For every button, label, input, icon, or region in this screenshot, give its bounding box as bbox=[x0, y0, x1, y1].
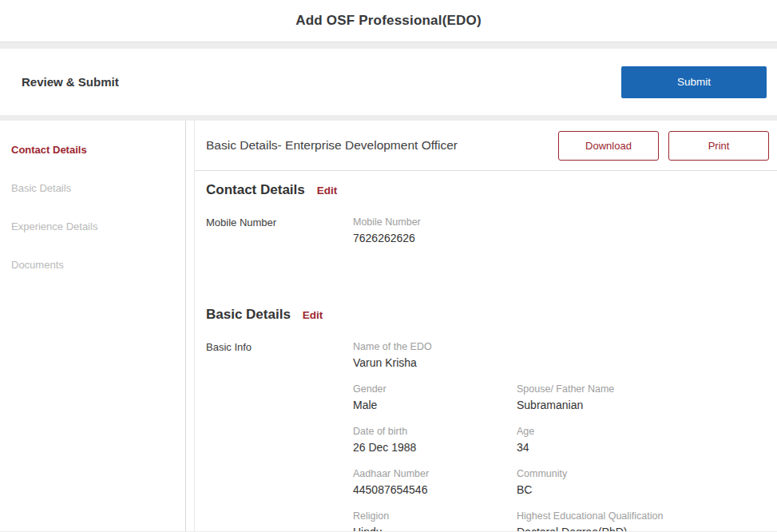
basic-details-edit-link[interactable]: Edit bbox=[303, 309, 323, 321]
panel-header: Basic Details- Enterprise Development Of… bbox=[195, 121, 777, 171]
contact-details-fields: Mobile Number Mobile Number 7626262626 bbox=[206, 216, 769, 259]
review-main-panel: Basic Details- Enterprise Development Of… bbox=[194, 121, 777, 531]
contact-details-heading-row: Contact Details Edit bbox=[206, 182, 769, 198]
page-header: Add OSF Professional(EDO) bbox=[0, 0, 777, 42]
contact-details-heading: Contact Details bbox=[206, 182, 305, 198]
field-value: 445087654546 bbox=[353, 482, 517, 498]
field-aadhaar-number: Aadhaar Number 445087654546 bbox=[353, 468, 517, 498]
field-religion: Religion Hindu bbox=[353, 510, 517, 531]
field-label: Aadhaar Number bbox=[353, 468, 517, 480]
sidebar-item-documents[interactable]: Documents bbox=[11, 259, 185, 271]
field-label: Religion bbox=[353, 510, 517, 522]
panel-title: Basic Details- Enterprise Development Of… bbox=[206, 138, 558, 153]
field-gender: Gender Male bbox=[353, 383, 517, 413]
basic-fields-grid: Name of the EDO Varun Krisha Gender Male… bbox=[353, 341, 769, 531]
field-label: Gender bbox=[353, 383, 517, 395]
field-label: Spouse/ Father Name bbox=[517, 383, 769, 395]
field-spouse-father-name: Spouse/ Father Name Subramanian bbox=[517, 383, 769, 413]
field-value: 26 Dec 1988 bbox=[353, 440, 517, 455]
submit-button[interactable]: Submit bbox=[621, 66, 767, 98]
sidebar-item-basic-details[interactable]: Basic Details bbox=[11, 182, 185, 194]
field-grid-row: Aadhaar Number 445087654546 Community BC bbox=[353, 468, 769, 498]
group-label-basic-info: Basic Info bbox=[206, 341, 353, 531]
group-label-mobile-number: Mobile Number bbox=[206, 216, 353, 259]
basic-details-heading-row: Basic Details Edit bbox=[206, 307, 769, 323]
field-label: Name of the EDO bbox=[353, 341, 769, 353]
field-value: Subramanian bbox=[517, 398, 769, 413]
field-value: Male bbox=[353, 398, 517, 413]
field-date-of-birth: Date of birth 26 Dec 1988 bbox=[353, 426, 517, 455]
basic-details-fields: Basic Info Name of the EDO Varun Krisha … bbox=[206, 341, 769, 531]
review-sections: Contact Details Edit Mobile Number Mobil… bbox=[195, 182, 777, 531]
field-mobile-number: Mobile Number 7626262626 bbox=[353, 216, 517, 246]
content-area: Contact Details Basic Details Experience… bbox=[0, 121, 777, 531]
field-label: Mobile Number bbox=[353, 216, 517, 228]
field-name-of-edo: Name of the EDO Varun Krisha bbox=[353, 341, 769, 371]
download-button[interactable]: Download bbox=[558, 131, 659, 161]
field-grid-row: Mobile Number 7626262626 bbox=[353, 216, 769, 246]
field-value: 34 bbox=[517, 440, 769, 455]
field-grid-row: Date of birth 26 Dec 1988 Age 34 bbox=[353, 426, 769, 455]
field-value: BC bbox=[517, 482, 769, 498]
basic-details-section: Basic Details Edit Basic Info Name of th… bbox=[206, 307, 769, 531]
field-age: Age 34 bbox=[517, 426, 769, 455]
field-label: Community bbox=[517, 468, 769, 480]
field-value: 7626262626 bbox=[353, 231, 517, 246]
page-title: Add OSF Professional(EDO) bbox=[295, 13, 482, 29]
sidebar-item-experience-details[interactable]: Experience Details bbox=[11, 220, 185, 232]
field-value: Varun Krisha bbox=[353, 355, 769, 371]
review-submit-bar: Review & Submit Submit bbox=[0, 49, 777, 115]
field-label: Highest Educational Qualification bbox=[517, 510, 769, 522]
print-button[interactable]: Print bbox=[668, 131, 769, 161]
contact-details-edit-link[interactable]: Edit bbox=[317, 185, 338, 197]
section-nav-sidebar: Contact Details Basic Details Experience… bbox=[0, 121, 186, 531]
field-value: Hindu bbox=[353, 525, 517, 531]
field-label: Date of birth bbox=[353, 426, 517, 438]
field-community: Community BC bbox=[517, 468, 769, 498]
contact-fields-grid: Mobile Number 7626262626 bbox=[353, 216, 769, 259]
sidebar-item-contact-details[interactable]: Contact Details bbox=[11, 144, 185, 156]
field-label: Age bbox=[517, 426, 769, 438]
field-value: Doctoral Degree(PhD) bbox=[517, 525, 769, 531]
contact-details-section: Contact Details Edit Mobile Number Mobil… bbox=[206, 182, 769, 259]
field-grid-row: Name of the EDO Varun Krisha bbox=[353, 341, 769, 371]
field-grid-row: Gender Male Spouse/ Father Name Subraman… bbox=[353, 383, 769, 413]
review-submit-title: Review & Submit bbox=[22, 75, 119, 89]
field-highest-qualification: Highest Educational Qualification Doctor… bbox=[517, 510, 769, 531]
field-grid-row: Religion Hindu Highest Educational Quali… bbox=[353, 510, 769, 531]
basic-details-heading: Basic Details bbox=[206, 307, 291, 323]
